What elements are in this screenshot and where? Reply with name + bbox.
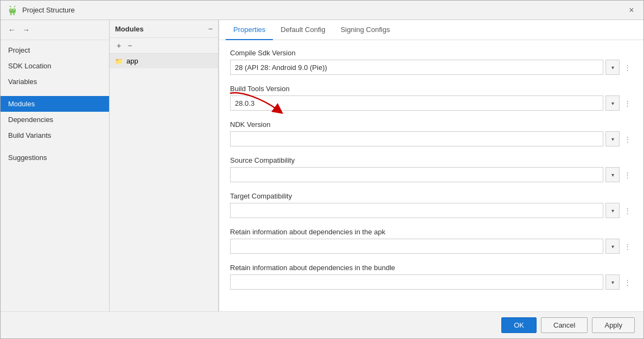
- field-group-target-compat: Target Compatibility ▾ ⋮: [230, 192, 633, 218]
- target-compat-row: ▾ ⋮: [230, 203, 633, 218]
- build-tools-value: 28.0.3: [235, 99, 254, 107]
- tabs: Properties Default Config Signing Config…: [219, 20, 643, 40]
- field-group-build-tools: Build Tools Version 28.0.3 ▾ ⋮: [230, 85, 633, 111]
- apply-button[interactable]: Apply: [592, 317, 635, 333]
- retain-apk-label: Retain information about dependencies in…: [230, 228, 633, 236]
- title-bar: Project Structure ×: [1, 1, 643, 20]
- main-content: Properties Default Config Signing Config…: [219, 20, 643, 311]
- sidebar-item-sdk-location[interactable]: SDK Location: [1, 58, 109, 74]
- modules-panel: Modules − + − 📁 app: [110, 20, 219, 311]
- module-item-label: app: [126, 57, 138, 65]
- ndk-label: NDK Version: [230, 120, 633, 129]
- target-compat-info-btn[interactable]: ⋮: [622, 205, 633, 216]
- modules-collapse-button[interactable]: −: [208, 24, 213, 33]
- dialog-title: Project Structure: [22, 6, 75, 14]
- source-compat-row: ▾ ⋮: [230, 167, 633, 182]
- retain-bundle-arrow-btn[interactable]: ▾: [605, 274, 620, 290]
- module-item-app[interactable]: 📁 app: [110, 54, 218, 68]
- compile-sdk-dropdown[interactable]: 28 (API 28: Android 9.0 (Pie)): [230, 60, 603, 75]
- svg-rect-2: [9, 9, 16, 13]
- retain-bundle-dropdown[interactable]: [230, 274, 603, 290]
- title-bar-left: Project Structure: [7, 5, 75, 16]
- properties-panel: Compile Sdk Version 28 (API 28: Android …: [219, 40, 643, 311]
- field-group-source-compat: Source Compatibility ▾ ⋮: [230, 156, 633, 182]
- build-tools-arrow-btn[interactable]: ▾: [605, 95, 620, 111]
- retain-bundle-info-btn[interactable]: ⋮: [622, 277, 633, 287]
- field-group-compile-sdk: Compile Sdk Version 28 (API 28: Android …: [230, 49, 633, 75]
- forward-button[interactable]: →: [20, 24, 32, 35]
- content-area: ← → Project SDK Location Variables Modul…: [1, 20, 643, 311]
- retain-apk-info-btn[interactable]: ⋮: [622, 241, 633, 252]
- svg-rect-8: [14, 13, 15, 15]
- sidebar-item-build-variants[interactable]: Build Variants: [1, 127, 109, 143]
- target-compat-label: Target Compatibility: [230, 192, 633, 200]
- field-group-retain-bundle: Retain information about dependencies in…: [230, 264, 633, 290]
- ndk-info-btn[interactable]: ⋮: [622, 133, 633, 144]
- retain-bundle-row: ▾ ⋮: [230, 274, 633, 290]
- compile-sdk-row: 28 (API 28: Android 9.0 (Pie)) ▾ ⋮: [230, 60, 633, 75]
- compile-sdk-value: 28 (API 28: Android 9.0 (Pie)): [235, 63, 327, 72]
- android-icon: [7, 5, 18, 16]
- ok-button[interactable]: OK: [501, 317, 537, 333]
- target-compat-arrow-btn[interactable]: ▾: [605, 203, 620, 218]
- sidebar-item-modules[interactable]: Modules: [1, 96, 109, 112]
- ndk-dropdown[interactable]: [230, 131, 603, 146]
- folder-icon: 📁: [115, 57, 123, 65]
- tab-default-config[interactable]: Default Config: [273, 20, 333, 40]
- retain-apk-row: ▾ ⋮: [230, 239, 633, 254]
- tab-properties[interactable]: Properties: [226, 20, 273, 40]
- tab-signing-configs[interactable]: Signing Configs: [333, 20, 398, 40]
- compile-sdk-info-btn[interactable]: ⋮: [622, 62, 633, 73]
- modules-header: Modules −: [110, 20, 218, 38]
- nav-arrows: ← →: [1, 20, 109, 40]
- cancel-button[interactable]: Cancel: [541, 317, 588, 333]
- bottom-bar: OK Cancel Apply: [1, 311, 643, 338]
- build-tools-info-btn[interactable]: ⋮: [622, 98, 633, 108]
- retain-apk-arrow-btn[interactable]: ▾: [605, 239, 620, 254]
- build-tools-label: Build Tools Version: [230, 85, 633, 93]
- modules-toolbar: + −: [110, 38, 218, 54]
- modules-remove-button[interactable]: −: [126, 40, 133, 51]
- sidebar-item-dependencies[interactable]: Dependencies: [1, 112, 109, 127]
- retain-apk-dropdown[interactable]: [230, 239, 603, 254]
- sidebar-divider: [1, 89, 109, 96]
- build-tools-dropdown[interactable]: 28.0.3: [230, 95, 603, 111]
- field-group-retain-apk: Retain information about dependencies in…: [230, 228, 633, 254]
- svg-point-4: [14, 9, 15, 10]
- sidebar-divider-2: [1, 143, 109, 150]
- source-compat-arrow-btn[interactable]: ▾: [605, 167, 620, 182]
- field-group-ndk: NDK Version ▾ ⋮: [230, 120, 633, 146]
- source-compat-info-btn[interactable]: ⋮: [622, 169, 633, 180]
- build-tools-row: 28.0.3 ▾ ⋮: [230, 95, 633, 111]
- svg-rect-7: [10, 13, 12, 15]
- svg-line-6: [14, 6, 15, 7]
- close-button[interactable]: ×: [626, 5, 637, 16]
- ndk-arrow-btn[interactable]: ▾: [605, 131, 620, 146]
- svg-line-5: [10, 6, 11, 7]
- compile-sdk-arrow-btn[interactable]: ▾: [605, 60, 620, 75]
- modules-add-button[interactable]: +: [115, 40, 123, 51]
- svg-point-3: [11, 9, 12, 10]
- project-structure-dialog: Project Structure × ← → Project SDK Loca…: [0, 0, 644, 339]
- source-compat-dropdown[interactable]: [230, 167, 603, 182]
- target-compat-dropdown[interactable]: [230, 203, 603, 218]
- sidebar: ← → Project SDK Location Variables Modul…: [1, 20, 110, 311]
- modules-panel-title: Modules: [115, 25, 144, 33]
- sidebar-item-suggestions[interactable]: Suggestions: [1, 150, 109, 165]
- sidebar-item-variables[interactable]: Variables: [1, 74, 109, 89]
- back-button[interactable]: ←: [6, 24, 18, 35]
- sidebar-item-project[interactable]: Project: [1, 42, 109, 58]
- compile-sdk-label: Compile Sdk Version: [230, 49, 633, 57]
- source-compat-label: Source Compatibility: [230, 156, 633, 164]
- ndk-row: ▾ ⋮: [230, 131, 633, 146]
- retain-bundle-label: Retain information about dependencies in…: [230, 264, 633, 272]
- sidebar-items: Project SDK Location Variables Modules D…: [1, 40, 109, 165]
